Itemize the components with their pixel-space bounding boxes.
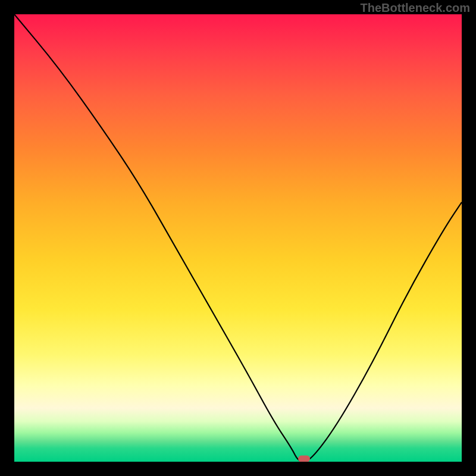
plot-area [14,14,462,462]
attribution-text: TheBottleneck.com [361,1,470,15]
bottleneck-curve [14,14,462,462]
optimal-marker [298,455,310,462]
